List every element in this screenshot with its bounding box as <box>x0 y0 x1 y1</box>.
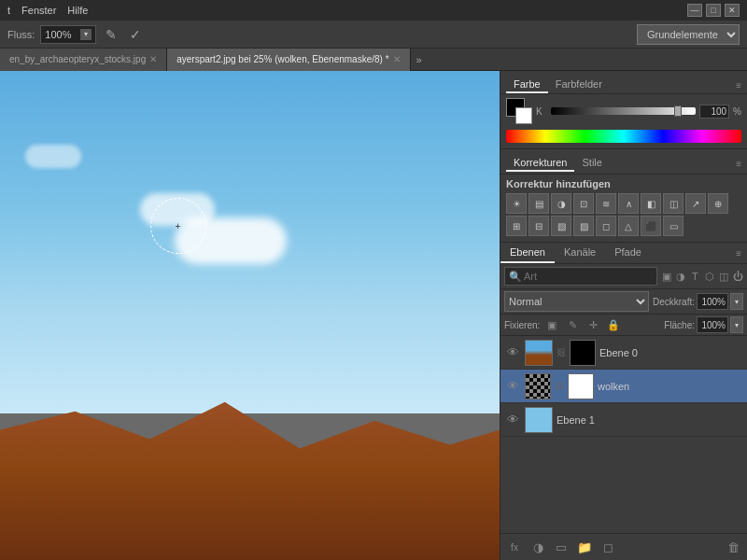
add-mask-icon[interactable]: ◑ <box>528 537 548 557</box>
corr-icon-invert[interactable]: ◻ <box>596 216 616 236</box>
layer-search-wrap[interactable]: 🔍 <box>504 267 657 286</box>
lock-pixels-icon[interactable]: ✎ <box>564 316 581 333</box>
corrections-panel-options[interactable]: ≡ <box>736 159 741 169</box>
right-panel: Farbe Farbfelder ≡ K <box>500 71 747 560</box>
fluss-input[interactable] <box>45 29 78 40</box>
opacity-input[interactable] <box>697 293 728 310</box>
corr-icon-brightness[interactable]: ☀ <box>506 193 527 214</box>
menu-item-t[interactable]: t <box>7 5 10 16</box>
fill-arrow[interactable]: ▾ <box>730 316 743 333</box>
fluss-input-wrap[interactable]: ▾ <box>40 25 96 44</box>
layer-item-2[interactable]: 👁 Ebene 1 <box>500 403 747 437</box>
corr-icon-pattern[interactable]: ⬛ <box>641 216 661 236</box>
tab-kanaele[interactable]: Kanäle <box>555 243 605 263</box>
tabs-bar: en_by_archaeopteryx_stocks.jpg ✕ ayerspa… <box>0 49 747 71</box>
layer-filter-text[interactable]: T <box>690 267 700 286</box>
color-panel-options[interactable]: ≡ <box>736 80 741 91</box>
lock-all-icon[interactable]: 🔒 <box>605 316 622 333</box>
layer-0-mask <box>570 340 596 366</box>
layers-toolbar: 🔍 ▣ ◑ T ⬡ ◫ ⏻ <box>500 264 747 289</box>
close-button[interactable]: ✕ <box>725 4 740 17</box>
delete-layer-icon[interactable]: 🗑 <box>723 537 743 557</box>
corr-icon-photofilter[interactable]: ↗ <box>685 193 706 214</box>
bg-color[interactable] <box>515 107 532 124</box>
workspace-select-wrap[interactable]: Grundelemente Malen Fotografie <box>637 24 740 45</box>
layers-list: 👁 ⛓ Ebene 0 👁 ⛓ wolken <box>500 336 747 533</box>
corr-icon-solid[interactable]: △ <box>618 216 639 236</box>
layers-section: Ebenen Kanäle Pfade ≡ 🔍 ▣ ◑ T ⬡ ◫ ⏻ <box>500 243 747 560</box>
layer-filter-toggle[interactable]: ⏻ <box>733 267 743 286</box>
layer-1-visibility[interactable]: 👁 <box>504 379 521 393</box>
toolbar-icon-1[interactable]: ✎ <box>102 25 120 44</box>
workspace-select[interactable]: Grundelemente Malen Fotografie <box>637 24 740 45</box>
layer-filter-pixel[interactable]: ▣ <box>661 267 671 286</box>
corr-icon-threshold[interactable]: ⊞ <box>506 216 527 236</box>
corr-icon-levels[interactable]: ▤ <box>529 193 549 214</box>
fluss-dropdown-arrow[interactable]: ▾ <box>80 29 92 40</box>
lock-position-icon[interactable]: ✛ <box>585 316 601 333</box>
layer-filter-smart[interactable]: ◫ <box>718 267 728 286</box>
title-bar: t Fenster Hilfe — □ ✕ <box>0 0 747 21</box>
fg-bg-colors[interactable] <box>506 98 532 124</box>
k-value-input[interactable] <box>699 105 729 119</box>
layers-panel-options[interactable]: ≡ <box>736 248 747 259</box>
layer-1-name: wolken <box>598 381 743 392</box>
color-tab-farbe[interactable]: Farbe <box>506 77 548 93</box>
minimize-button[interactable]: — <box>687 4 702 17</box>
tab-overflow[interactable]: » <box>411 54 428 65</box>
layer-filter-shape[interactable]: ⬡ <box>704 267 714 286</box>
new-group-icon[interactable]: 📁 <box>574 537 595 557</box>
spectrum-bar[interactable] <box>506 130 741 143</box>
tab-pfade[interactable]: Pfade <box>605 243 651 263</box>
menu-item-hilfe[interactable]: Hilfe <box>67 5 88 16</box>
color-panel-tabs: Farbe Farbfelder ≡ <box>500 75 747 94</box>
workspace-selector: Grundelemente Malen Fotografie <box>637 24 740 45</box>
corr-icon-colorbalance[interactable]: ◧ <box>641 193 661 214</box>
new-adjustment-icon[interactable]: ▭ <box>551 537 571 557</box>
fixieren-label: Fixieren: <box>504 320 540 330</box>
corrections-tab-korrekturen[interactable]: Korrekturen <box>506 155 574 172</box>
layer-filter-adjust[interactable]: ◑ <box>675 267 685 286</box>
k-slider[interactable] <box>551 107 696 115</box>
corr-icon-hsl[interactable]: ∧ <box>618 193 639 214</box>
tab-1[interactable]: ayerspart2.jpg bei 25% (wolken, Ebenenma… <box>167 49 410 71</box>
canvas-area[interactable]: + <box>0 71 500 560</box>
color-tab-farbfelder[interactable]: Farbfelder <box>548 77 610 93</box>
opacity-arrow[interactable]: ▾ <box>730 293 743 310</box>
layer-2-visibility[interactable]: 👁 <box>504 413 521 427</box>
new-layer-icon[interactable]: ◻ <box>598 537 618 557</box>
blend-mode-wrap[interactable]: Normal Auflösen Abdunkeln <box>504 291 649 312</box>
blend-mode-select[interactable]: Normal Auflösen Abdunkeln <box>504 291 649 312</box>
layer-item-1[interactable]: 👁 ⛓ wolken <box>500 370 747 403</box>
layers-panel-tabs: Ebenen Kanäle Pfade ≡ <box>500 243 747 264</box>
corr-icon-channel[interactable]: ⊕ <box>708 193 728 214</box>
add-layer-style-icon[interactable]: fx <box>504 537 525 557</box>
blend-mode-row: Normal Auflösen Abdunkeln Deckkraft: ▾ <box>500 289 747 315</box>
tab-ebenen[interactable]: Ebenen <box>500 243 555 263</box>
corr-icon-curves[interactable]: ◑ <box>551 193 571 214</box>
corrections-tab-stile[interactable]: Stile <box>574 155 609 172</box>
window-controls: — □ ✕ <box>687 4 740 17</box>
corr-icon-shape[interactable]: ▭ <box>663 216 684 236</box>
layer-search-input[interactable] <box>524 271 653 282</box>
corr-icon-gradient[interactable]: ▧ <box>551 216 571 236</box>
menu-item-fenster[interactable]: Fenster <box>21 5 56 16</box>
layer-1-chain: ⛓ <box>555 381 564 391</box>
tab-1-close[interactable]: ✕ <box>393 54 401 64</box>
tab-0-close[interactable]: ✕ <box>149 54 157 64</box>
lock-transparency-icon[interactable]: ▣ <box>543 316 560 333</box>
corr-icon-vibrance[interactable]: ≋ <box>596 193 616 214</box>
layer-0-visibility[interactable]: 👁 <box>504 345 521 359</box>
toolbar-icon-2[interactable]: ✓ <box>126 25 145 44</box>
k-slider-thumb[interactable] <box>674 105 682 117</box>
corr-icon-exposure[interactable]: ⊡ <box>573 193 594 214</box>
selection-circle: + <box>150 198 206 254</box>
flaeche-label: Fläche: <box>664 320 695 330</box>
layer-item-0[interactable]: 👁 ⛓ Ebene 0 <box>500 336 747 370</box>
corr-icon-posterize[interactable]: ⊟ <box>529 216 549 236</box>
fill-input[interactable] <box>697 316 728 333</box>
tab-0[interactable]: en_by_archaeopteryx_stocks.jpg ✕ <box>0 49 167 71</box>
corr-icon-bw[interactable]: ◫ <box>663 193 684 214</box>
maximize-button[interactable]: □ <box>706 4 721 17</box>
corr-icon-selective[interactable]: ▨ <box>573 216 594 236</box>
